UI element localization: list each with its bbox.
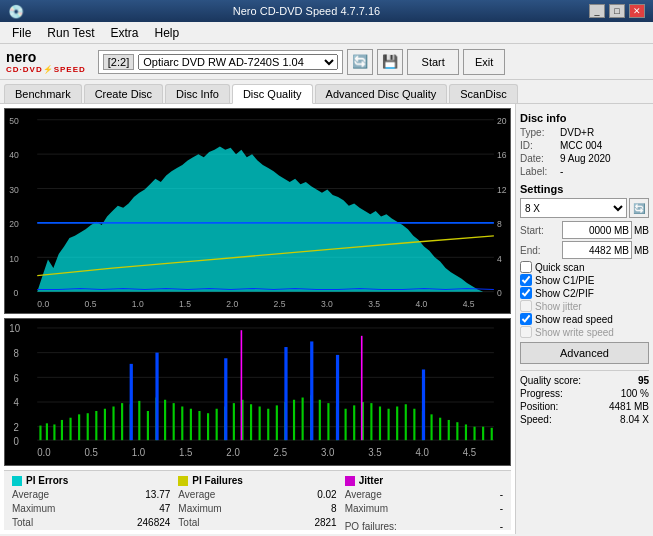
svg-text:0.0: 0.0 [37, 299, 49, 309]
svg-rect-84 [379, 407, 381, 441]
svg-rect-59 [164, 400, 166, 440]
advanced-button[interactable]: Advanced [520, 342, 649, 364]
svg-rect-86 [396, 407, 398, 441]
upper-chart: 50 40 30 20 10 0 20 16 12 8 4 0 [4, 108, 511, 314]
svg-rect-95 [473, 427, 475, 440]
svg-text:3.0: 3.0 [321, 299, 333, 309]
svg-text:1.0: 1.0 [132, 299, 144, 309]
svg-rect-98 [130, 364, 133, 440]
start-button[interactable]: Start [407, 49, 459, 75]
speed-select[interactable]: 8 X [520, 198, 627, 218]
svg-rect-63 [198, 411, 200, 440]
disc-id-row: ID: MCC 004 [520, 140, 649, 151]
save-icon[interactable]: 💾 [377, 49, 403, 75]
svg-text:2: 2 [14, 422, 19, 433]
svg-text:2.0: 2.0 [226, 447, 240, 458]
legend-jitter: Jitter Average - Maximum - PO failures: … [341, 473, 507, 528]
svg-text:2.0: 2.0 [226, 299, 238, 309]
tab-scandisc[interactable]: ScanDisc [449, 84, 517, 103]
nero-logo: nero CD·DVD⚡SPEED [6, 49, 86, 74]
svg-rect-100 [224, 358, 227, 440]
svg-text:1.0: 1.0 [132, 447, 146, 458]
title-bar: 💿 Nero CD-DVD Speed 4.7.7.16 _ □ ✕ [0, 0, 653, 22]
svg-text:0: 0 [14, 288, 19, 298]
svg-text:0: 0 [497, 288, 502, 298]
show-c1pie-checkbox[interactable] [520, 274, 532, 286]
show-c2pif-checkbox[interactable] [520, 287, 532, 299]
legend-area: PI Errors Average 13.77 Maximum 47 Total… [4, 470, 511, 530]
start-field-row: Start: MB [520, 221, 649, 239]
svg-rect-53 [112, 407, 114, 441]
svg-rect-83 [370, 403, 372, 440]
menu-bar: File Run Test Extra Help [0, 22, 653, 44]
exit-button[interactable]: Exit [463, 49, 505, 75]
svg-rect-78 [327, 403, 329, 440]
maximize-button[interactable]: □ [609, 4, 625, 18]
tab-disc-quality[interactable]: Disc Quality [232, 84, 313, 104]
svg-text:4.5: 4.5 [463, 447, 477, 458]
pi-errors-color [12, 476, 22, 486]
disc-info-title: Disc info [520, 112, 649, 124]
svg-text:3.5: 3.5 [368, 447, 382, 458]
minimize-button[interactable]: _ [589, 4, 605, 18]
position-row: Position: 4481 MB [520, 401, 649, 412]
end-field-row: End: MB [520, 241, 649, 259]
svg-rect-85 [388, 409, 390, 440]
tab-advanced-disc-quality[interactable]: Advanced Disc Quality [315, 84, 448, 103]
pi-failures-label: PI Failures [192, 475, 243, 486]
svg-text:4.0: 4.0 [415, 447, 429, 458]
menu-extra[interactable]: Extra [102, 24, 146, 42]
show-read-speed-row: Show read speed [520, 313, 649, 325]
svg-text:0.5: 0.5 [85, 299, 97, 309]
svg-rect-31 [5, 319, 510, 465]
svg-rect-49 [78, 415, 80, 441]
speed-row: Speed: 8.04 X [520, 414, 649, 425]
drive-port-label: [2:2] [103, 54, 134, 70]
lower-chart: 10 8 6 4 2 0 [4, 318, 511, 466]
progress-row: Progress: 100 % [520, 388, 649, 399]
svg-text:0.5: 0.5 [85, 447, 99, 458]
right-panel: Disc info Type: DVD+R ID: MCC 004 Date: … [515, 104, 653, 534]
svg-rect-92 [448, 420, 450, 440]
drive-selector[interactable]: [2:2] Optiarc DVD RW AD-7240S 1.04 [98, 50, 343, 74]
svg-rect-69 [250, 404, 252, 440]
svg-rect-72 [276, 406, 278, 441]
svg-rect-48 [69, 418, 71, 440]
menu-help[interactable]: Help [147, 24, 188, 42]
app-icon: 💿 [8, 4, 24, 19]
legend-pi-errors: PI Errors Average 13.77 Maximum 47 Total… [8, 473, 174, 528]
close-button[interactable]: ✕ [629, 4, 645, 18]
svg-rect-97 [491, 428, 493, 440]
tab-create-disc[interactable]: Create Disc [84, 84, 163, 103]
tab-disc-info[interactable]: Disc Info [165, 84, 230, 103]
main-content: 50 40 30 20 10 0 20 16 12 8 4 0 [0, 104, 653, 534]
window-title: Nero CD-DVD Speed 4.7.7.16 [24, 5, 589, 17]
svg-rect-57 [147, 411, 149, 440]
svg-text:0.0: 0.0 [37, 447, 51, 458]
window-controls: _ □ ✕ [589, 4, 645, 18]
svg-text:2.5: 2.5 [274, 299, 286, 309]
show-write-speed-row: Show write speed [520, 326, 649, 338]
svg-rect-90 [430, 415, 432, 441]
svg-rect-77 [319, 400, 321, 440]
chart-area: 50 40 30 20 10 0 20 16 12 8 4 0 [0, 104, 515, 534]
drive-dropdown[interactable]: Optiarc DVD RW AD-7240S 1.04 [138, 54, 338, 70]
svg-rect-96 [482, 427, 484, 440]
settings-title: Settings [520, 183, 649, 195]
svg-text:2.5: 2.5 [274, 447, 288, 458]
speed-refresh-icon[interactable]: 🔄 [629, 198, 649, 218]
refresh-icon[interactable]: 🔄 [347, 49, 373, 75]
svg-text:20: 20 [497, 116, 507, 126]
svg-rect-88 [413, 409, 415, 440]
tab-benchmark[interactable]: Benchmark [4, 84, 82, 103]
menu-file[interactable]: File [4, 24, 39, 42]
legend-pi-failures: PI Failures Average 0.02 Maximum 8 Total… [174, 473, 340, 528]
menu-run-test[interactable]: Run Test [39, 24, 102, 42]
start-input[interactable] [562, 221, 632, 239]
quick-scan-checkbox[interactable] [520, 261, 532, 273]
end-input[interactable] [562, 241, 632, 259]
svg-rect-46 [53, 425, 55, 441]
show-read-speed-checkbox[interactable] [520, 313, 532, 325]
svg-text:12: 12 [497, 185, 507, 195]
svg-text:3.0: 3.0 [321, 447, 335, 458]
